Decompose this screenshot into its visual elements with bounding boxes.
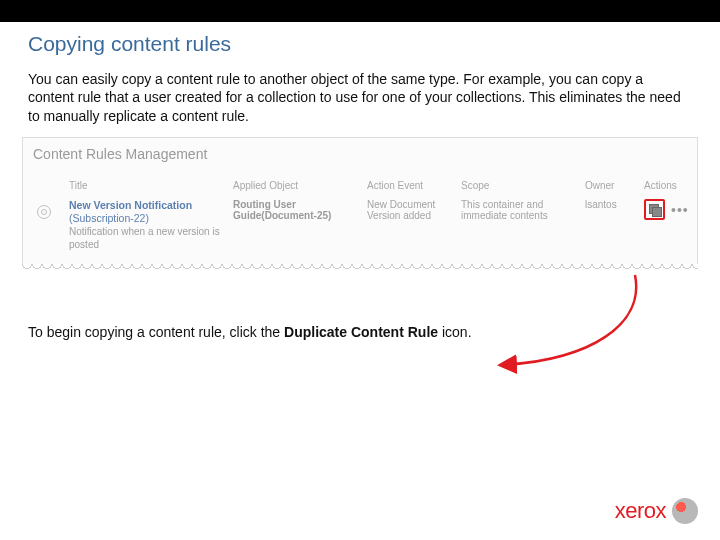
rule-subtitle: (Subscription-22) — [69, 212, 229, 224]
panel-title: Content Rules Management — [33, 146, 687, 162]
page-content: Copying content rules You can easily cop… — [0, 22, 720, 340]
instruction-caption: To begin copying a content rule, click t… — [28, 324, 692, 340]
col-owner: Owner — [585, 180, 640, 191]
more-actions-icon[interactable]: ••• — [671, 203, 689, 217]
table-row: New Version Notification (Subscription-2… — [33, 199, 687, 251]
col-scope: Scope — [461, 180, 581, 191]
duplicate-rule-highlight — [644, 199, 665, 220]
icon-name-bold: Duplicate Content Rule — [284, 324, 438, 340]
rule-title-link[interactable]: New Version Notification — [69, 199, 229, 211]
cell-scope: This container and immediate contents — [461, 199, 581, 221]
col-action: Action Event — [367, 180, 457, 191]
logo-sphere-icon — [672, 498, 698, 524]
gear-icon — [37, 205, 51, 219]
torn-edge-decoration — [22, 264, 698, 274]
page-title: Copying content rules — [28, 32, 692, 56]
logo-text: xerox — [615, 498, 666, 524]
col-applied: Applied Object — [233, 180, 363, 191]
cell-owner: lsantos — [585, 199, 640, 210]
top-strip — [0, 0, 720, 22]
cell-actions: ••• — [644, 199, 704, 220]
col-title: Title — [69, 180, 229, 191]
col-actions: Actions — [644, 180, 704, 191]
cell-applied[interactable]: Routing User Guide(Document-25) — [233, 199, 363, 221]
embedded-screenshot: Content Rules Management Title Applied O… — [22, 137, 698, 266]
intro-paragraph: You can easily copy a content rule to an… — [28, 70, 692, 125]
rule-description: Notification when a new version is poste… — [69, 226, 229, 251]
xerox-logo: xerox — [615, 498, 698, 524]
duplicate-icon[interactable] — [649, 204, 660, 215]
table-header: Title Applied Object Action Event Scope … — [33, 180, 687, 191]
cell-title: New Version Notification (Subscription-2… — [69, 199, 229, 251]
cell-action: New Document Version added — [367, 199, 457, 221]
